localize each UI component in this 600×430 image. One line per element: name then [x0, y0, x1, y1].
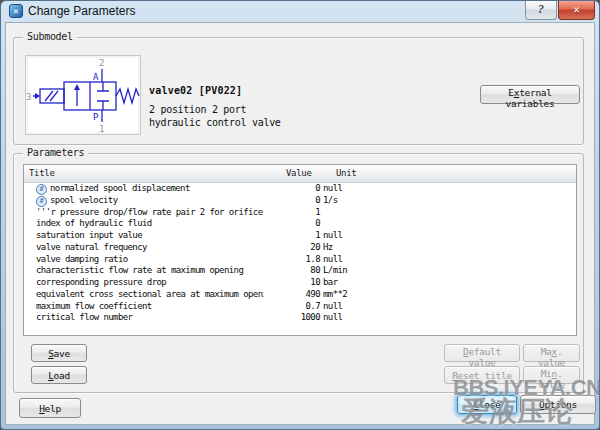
param-title-text: equivalent cross sectional area at maxim…	[36, 289, 264, 301]
button-label: elp	[45, 403, 61, 414]
param-value[interactable]: 1.8	[264, 254, 320, 266]
column-header-unit: Unit	[320, 165, 576, 182]
table-row[interactable]: index of hydraulic fluid0	[24, 218, 576, 230]
param-title: #spool velocity	[24, 195, 264, 207]
table-row[interactable]: #normalized spool displacement0null	[24, 183, 576, 195]
table-row[interactable]: valve damping ratio1.8null	[24, 254, 576, 266]
param-value[interactable]: 20	[264, 242, 320, 254]
table-row[interactable]: corresponding pressure drop10bar	[24, 277, 576, 289]
param-title: maximum flow coefficient	[24, 301, 264, 313]
valve-schematic-icon: 2 1 3 A P	[26, 56, 140, 134]
external-variables-button[interactable]: External variables	[480, 85, 580, 104]
column-header-value: Value	[264, 165, 320, 182]
param-title: characteristic flow rate at maximum open…	[24, 265, 264, 277]
param-title-text: characteristic flow rate at maximum open…	[36, 265, 243, 277]
submodel-description-line1: 2 position 2 port	[149, 104, 246, 115]
close-button[interactable]: Close	[457, 395, 517, 414]
param-value[interactable]: 0	[264, 183, 320, 195]
app-icon[interactable]: ✕	[9, 4, 23, 18]
param-title-text: valve damping ratio	[36, 254, 128, 266]
param-value[interactable]: 80	[264, 265, 320, 277]
param-unit: bar	[320, 277, 576, 289]
button-label: oad	[54, 370, 70, 381]
change-parameters-dialog: ✕ Change Parameters ? ✕ Submodel	[0, 0, 600, 430]
table-row[interactable]: maximum flow coefficient0.7null	[24, 301, 576, 313]
min-value-button[interactable]: Min. value	[523, 366, 580, 384]
parameters-table: Title Value Unit #normalized spool displ…	[23, 164, 577, 336]
max-value-button[interactable]: Max. value	[523, 344, 580, 362]
param-title: valve damping ratio	[24, 254, 264, 266]
param-title: '''r pressure drop/flow rate pair 2 for …	[24, 207, 264, 219]
button-label: lose	[479, 399, 501, 410]
param-title-text: critical flow number	[36, 312, 132, 324]
param-title-text: '''r pressure drop/flow rate pair 2 for …	[36, 207, 264, 219]
param-value[interactable]: 0.7	[264, 301, 320, 313]
param-unit: L/min	[320, 265, 576, 277]
column-header-title: Title	[24, 165, 264, 182]
table-row[interactable]: characteristic flow rate at maximum open…	[24, 265, 576, 277]
parameters-table-body: #normalized spool displacement0null#spoo…	[24, 183, 576, 324]
param-value[interactable]: 0	[264, 218, 320, 230]
param-unit: null	[320, 254, 576, 266]
table-row[interactable]: saturation input value1null	[24, 230, 576, 242]
parameters-group-label: Parameters	[23, 147, 88, 158]
param-unit: null	[320, 230, 576, 242]
reset-title-button[interactable]: Reset title	[444, 366, 520, 384]
param-title-text: normalized spool displacement	[50, 183, 190, 195]
state-variable-icon: #	[36, 196, 47, 207]
table-row[interactable]: valve natural frequency20Hz	[24, 242, 576, 254]
titlebar-help-button[interactable]: ?	[525, 1, 557, 20]
submodel-group-label: Submodel	[23, 31, 77, 42]
param-title-text: index of hydraulic fluid	[36, 218, 152, 230]
param-title-text: maximum flow coefficient	[36, 301, 152, 313]
default-value-button[interactable]: Default value	[444, 344, 520, 362]
param-value[interactable]: 0	[264, 195, 320, 207]
button-label: Mi	[541, 368, 552, 379]
param-value[interactable]: 10	[264, 277, 320, 289]
dialog-client-area: Submodel	[5, 22, 595, 425]
param-unit: 1/s	[320, 195, 576, 207]
param-title-text: valve natural frequency	[36, 242, 147, 254]
parameters-table-header: Title Value Unit	[24, 165, 576, 183]
param-unit: null	[320, 301, 576, 313]
table-row[interactable]: equivalent cross sectional area at maxim…	[24, 289, 576, 301]
table-row[interactable]: critical flow number1000null	[24, 312, 576, 324]
port-label-2: 2	[99, 58, 104, 68]
help-button[interactable]: Help	[19, 398, 81, 418]
titlebar-close-button[interactable]: ✕	[558, 1, 595, 20]
param-title-text: corresponding pressure drop	[36, 277, 166, 289]
table-row[interactable]: #spool velocity01/s	[24, 195, 576, 207]
param-value[interactable]: 490	[264, 289, 320, 301]
valve-schematic-box: 2 1 3 A P	[25, 55, 141, 135]
save-button[interactable]: Save	[31, 344, 87, 362]
window-title: Change Parameters	[28, 4, 135, 18]
param-unit	[320, 218, 576, 230]
param-unit	[320, 207, 576, 219]
param-value[interactable]: 1	[264, 230, 320, 242]
button-label: Ma	[541, 346, 552, 357]
param-value[interactable]: 1	[264, 207, 320, 219]
button-label: eset title	[458, 370, 512, 381]
param-title-text: spool velocity	[50, 195, 117, 207]
state-variable-icon: #	[36, 184, 47, 195]
param-value[interactable]: 1000	[264, 312, 320, 324]
param-title: equivalent cross sectional area at maxim…	[24, 289, 264, 301]
param-title: saturation input value	[24, 230, 264, 242]
param-title: valve natural frequency	[24, 242, 264, 254]
port-label-3: 3	[26, 92, 31, 102]
table-row[interactable]: '''r pressure drop/flow rate pair 2 for …	[24, 207, 576, 219]
param-unit: null	[320, 312, 576, 324]
param-unit: mm**2	[320, 289, 576, 301]
options-button[interactable]: Options	[520, 395, 596, 414]
param-title-text: saturation input value	[36, 230, 142, 242]
port-label-1: 1	[99, 124, 104, 134]
load-button[interactable]: Load	[31, 366, 87, 384]
param-title: critical flow number	[24, 312, 264, 324]
param-title: index of hydraulic fluid	[24, 218, 264, 230]
submodel-name: valve02 [PV022]	[149, 85, 242, 96]
param-unit: Hz	[320, 242, 576, 254]
param-title: #normalized spool displacement	[24, 183, 264, 195]
titlebar[interactable]: ✕ Change Parameters ? ✕	[1, 1, 599, 22]
port-label-A: A	[93, 72, 99, 82]
port-label-P: P	[93, 112, 99, 122]
